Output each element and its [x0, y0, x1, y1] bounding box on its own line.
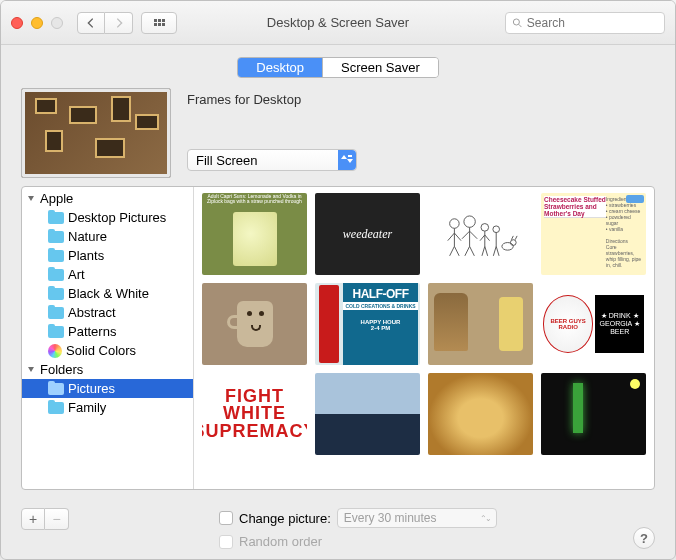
- change-picture-row: Change picture: Every 30 minutes: [219, 508, 497, 528]
- stick-figure-family-icon: [443, 210, 519, 258]
- folder-icon: [48, 307, 64, 319]
- folder-icon: [48, 212, 64, 224]
- svg-point-8: [463, 216, 474, 227]
- sidebar-item-patterns[interactable]: Patterns: [22, 322, 193, 341]
- svg-point-24: [501, 243, 512, 251]
- close-button[interactable]: [11, 17, 23, 29]
- sidebar-item-solid-colors[interactable]: Solid Colors: [22, 341, 193, 360]
- source-sidebar[interactable]: Apple Desktop Pictures Nature Plants Art…: [22, 187, 194, 489]
- group-label: Apple: [40, 191, 73, 206]
- svg-point-14: [481, 224, 489, 232]
- minimize-button[interactable]: [31, 17, 43, 29]
- fit-mode-value: Fill Screen: [196, 153, 257, 168]
- interval-value: Every 30 minutes: [344, 511, 437, 525]
- help-button[interactable]: ?: [633, 527, 655, 549]
- svg-line-16: [480, 235, 485, 241]
- folder-icon: [48, 250, 64, 262]
- search-input[interactable]: [527, 16, 658, 30]
- preferences-window: Desktop & Screen Saver Desktop Screen Sa…: [0, 0, 676, 560]
- grid-icon: [154, 19, 165, 26]
- change-picture-label: Change picture:: [239, 511, 331, 526]
- tab-bar: Desktop Screen Saver: [1, 45, 675, 88]
- thumbnail[interactable]: [315, 373, 420, 455]
- sidebar-group-apple[interactable]: Apple: [22, 189, 193, 208]
- fit-mode-select[interactable]: Fill Screen: [187, 149, 357, 171]
- group-label: Folders: [40, 362, 83, 377]
- thumbnail[interactable]: [428, 193, 533, 275]
- sidebar-item-plants[interactable]: Plants: [22, 246, 193, 265]
- thumbnail-grid[interactable]: Adult Capri Suns: Lemonade and Vodka in …: [194, 187, 654, 489]
- disclosure-triangle-icon[interactable]: [28, 367, 34, 372]
- thumbnail[interactable]: [428, 283, 533, 365]
- search-field[interactable]: [505, 12, 665, 34]
- tab-desktop[interactable]: Desktop: [238, 58, 323, 77]
- top-area: Frames for Desktop Fill Screen: [21, 88, 655, 178]
- thumbnail[interactable]: BEER GUYS RADIO ★ DRINK ★ GEORGIA ★ BEER: [541, 283, 646, 365]
- svg-line-4: [447, 233, 454, 241]
- svg-point-2: [449, 219, 459, 229]
- content-area: Frames for Desktop Fill Screen Apple Des…: [1, 88, 675, 500]
- svg-point-25: [510, 240, 516, 246]
- sidebar-item-art[interactable]: Art: [22, 265, 193, 284]
- chevron-right-icon: [112, 16, 126, 30]
- svg-line-19: [484, 246, 487, 256]
- thumbnail[interactable]: Adult Capri Suns: Lemonade and Vodka in …: [202, 193, 307, 275]
- sidebar-item-pictures[interactable]: Pictures: [22, 379, 193, 398]
- svg-line-10: [462, 231, 470, 239]
- svg-point-20: [492, 226, 499, 233]
- source-info: Frames for Desktop Fill Screen: [187, 88, 655, 178]
- svg-line-23: [496, 246, 499, 256]
- random-order-label: Random order: [239, 534, 322, 549]
- random-order-row: Random order: [219, 534, 497, 549]
- remove-folder-button[interactable]: −: [45, 508, 69, 530]
- thumbnail[interactable]: [202, 283, 307, 365]
- folder-icon: [48, 402, 64, 414]
- tab-screensaver[interactable]: Screen Saver: [323, 58, 438, 77]
- change-picture-checkbox[interactable]: [219, 511, 233, 525]
- folder-icon: [48, 269, 64, 281]
- search-icon: [512, 17, 523, 29]
- show-all-button[interactable]: [141, 12, 177, 34]
- traffic-lights: [11, 17, 63, 29]
- window-title: Desktop & Screen Saver: [267, 15, 409, 30]
- sidebar-item-desktop-pictures[interactable]: Desktop Pictures: [22, 208, 193, 227]
- thumbnail[interactable]: FIGHT WHITE SUPREMACY: [202, 373, 307, 455]
- folder-icon: [48, 383, 64, 395]
- add-folder-button[interactable]: +: [21, 508, 45, 530]
- thumbnail[interactable]: [541, 373, 646, 455]
- svg-line-17: [484, 235, 489, 241]
- forward-button[interactable]: [105, 12, 133, 34]
- titlebar: Desktop & Screen Saver: [1, 1, 675, 45]
- back-button[interactable]: [77, 12, 105, 34]
- thumbnail[interactable]: Cheesecake Stuffed Strawberries and Moth…: [541, 193, 646, 275]
- folder-icon: [48, 326, 64, 338]
- change-interval-select: Every 30 minutes: [337, 508, 497, 528]
- sidebar-item-family[interactable]: Family: [22, 398, 193, 417]
- svg-line-6: [449, 246, 454, 256]
- svg-line-13: [469, 246, 474, 256]
- chevron-updown-icon: [338, 150, 356, 170]
- nav-back-forward: [77, 12, 133, 34]
- folder-icon: [48, 231, 64, 243]
- sidebar-item-abstract[interactable]: Abstract: [22, 303, 193, 322]
- desktop-preview: [21, 88, 171, 178]
- zoom-button: [51, 17, 63, 29]
- disclosure-triangle-icon[interactable]: [28, 196, 34, 201]
- chevron-left-icon: [84, 16, 98, 30]
- add-remove-group: + −: [21, 508, 69, 530]
- thumbnail[interactable]: HALF-OFF COLD CREATIONS & DRINKS HAPPY H…: [315, 283, 420, 365]
- folder-icon: [48, 288, 64, 300]
- change-picture-group: Change picture: Every 30 minutes Random …: [219, 508, 497, 549]
- thumbnail[interactable]: weedeater: [315, 193, 420, 275]
- thumbnail[interactable]: [428, 373, 533, 455]
- svg-line-18: [481, 246, 484, 256]
- sidebar-item-nature[interactable]: Nature: [22, 227, 193, 246]
- svg-line-12: [464, 246, 469, 256]
- svg-line-1: [519, 24, 522, 27]
- svg-line-11: [469, 231, 477, 239]
- footer-controls: + − Change picture: Every 30 minutes Ran…: [1, 500, 675, 559]
- source-label: Frames for Desktop: [187, 92, 655, 107]
- sidebar-item-black-white[interactable]: Black & White: [22, 284, 193, 303]
- sidebar-group-folders[interactable]: Folders: [22, 360, 193, 379]
- tab-segment: Desktop Screen Saver: [237, 57, 438, 78]
